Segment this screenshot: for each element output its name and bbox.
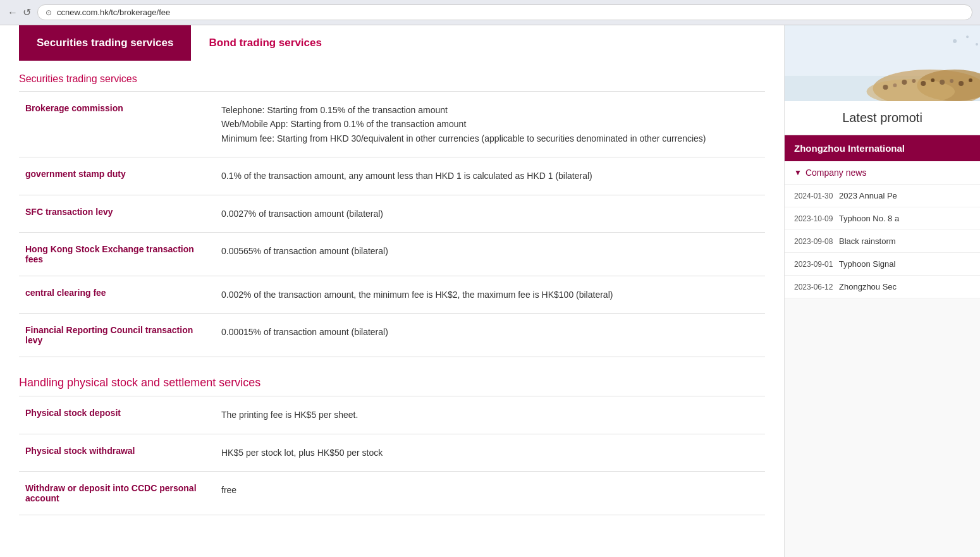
- fee-value: 0.002% of the transaction amount, the mi…: [215, 276, 765, 313]
- fee-value: 0.00565% of transaction amount (bilatera…: [215, 232, 765, 276]
- fee-value: Telephone: Starting from 0.15% of the tr…: [215, 92, 765, 157]
- news-date: 2023-09-08: [794, 237, 833, 246]
- handling-fee-table: Physical stock deposit The printing fee …: [19, 396, 765, 515]
- browser-nav: ← ↺: [8, 6, 31, 18]
- news-item[interactable]: 2023-10-09 Typhoon No. 8 a: [785, 207, 980, 230]
- fee-value: The printing fee is HK$5 per sheet.: [215, 396, 765, 434]
- news-text: Typhoon Signal: [839, 259, 896, 269]
- fee-label: Hong Kong Stock Exchange transaction fee…: [19, 232, 215, 276]
- fee-value: HK$5 per stock lot, plus HK$50 per stock: [215, 434, 765, 471]
- securities-section-title: Securities trading services: [19, 73, 765, 85]
- svg-point-13: [893, 83, 897, 87]
- svg-point-10: [950, 79, 953, 83]
- news-date: 2023-06-12: [794, 283, 833, 291]
- svg-point-6: [912, 79, 916, 83]
- fee-label: central clearing fee: [19, 276, 215, 313]
- table-row: government stamp duty 0.1% of the transa…: [19, 157, 765, 195]
- latest-promo-label: Latest promoti: [785, 101, 980, 135]
- right-sidebar: Latest promoti Zhongzhou International ▼…: [784, 25, 980, 557]
- news-item[interactable]: 2024-01-30 2023 Annual Pe: [785, 185, 980, 207]
- browser-bar: ← ↺ ⊙ ccnew.com.hk/tc/brokerage/fee: [0, 0, 980, 25]
- fee-label: SFC transaction levy: [19, 195, 215, 232]
- news-date: 2024-01-30: [794, 192, 833, 200]
- fee-label: Withdraw or deposit into CCDC personal a…: [19, 472, 215, 515]
- crowd-illustration: [785, 25, 980, 101]
- sidebar-image: [785, 25, 980, 101]
- tab-securities[interactable]: Securities trading services: [19, 25, 191, 61]
- table-row: central clearing fee 0.002% of the trans…: [19, 276, 765, 313]
- svg-point-14: [883, 85, 888, 90]
- news-category-label: Company news: [805, 168, 867, 178]
- svg-point-15: [953, 39, 957, 43]
- svg-point-8: [931, 78, 934, 82]
- news-text: Black rainstorm: [839, 236, 896, 246]
- table-row: SFC transaction levy 0.0027% of transact…: [19, 195, 765, 232]
- table-row: Brokerage commission Telephone: Starting…: [19, 92, 765, 157]
- svg-point-12: [969, 78, 972, 82]
- table-row: Physical stock withdrawal HK$5 per stock…: [19, 434, 765, 471]
- fee-label: Brokerage commission: [19, 92, 215, 157]
- svg-point-17: [976, 43, 978, 46]
- fee-value: 0.1% of the transaction amount, any amou…: [215, 157, 765, 195]
- company-news-header: Zhongzhou International: [785, 135, 980, 161]
- news-category[interactable]: ▼ Company news: [785, 161, 980, 185]
- news-text: Typhoon No. 8 a: [839, 214, 899, 223]
- table-row: Physical stock deposit The printing fee …: [19, 396, 765, 434]
- news-item[interactable]: 2023-09-08 Black rainstorm: [785, 230, 980, 253]
- news-text: Zhongzhou Sec: [839, 282, 897, 291]
- news-date: 2023-10-09: [794, 214, 833, 223]
- svg-rect-1: [785, 25, 980, 76]
- table-row: Withdraw or deposit into CCDC personal a…: [19, 472, 765, 515]
- site-icon: ⊙: [46, 8, 52, 17]
- handling-section-title: Handling physical stock and settlement s…: [19, 376, 765, 389]
- table-row: Financial Reporting Council transaction …: [19, 314, 765, 357]
- tab-bond[interactable]: Bond trading services: [191, 25, 340, 61]
- svg-point-9: [940, 80, 945, 85]
- main-content: Securities trading services Bond trading…: [0, 25, 784, 557]
- svg-point-5: [902, 80, 907, 85]
- tabs-container: Securities trading services Bond trading…: [19, 25, 765, 61]
- fee-label: Physical stock withdrawal: [19, 434, 215, 471]
- reload-button[interactable]: ↺: [23, 6, 31, 18]
- fee-value: 0.00015% of transaction amount (bilatera…: [215, 314, 765, 357]
- url-text: ccnew.com.hk/tc/brokerage/fee: [57, 8, 170, 17]
- fee-label: Physical stock deposit: [19, 396, 215, 434]
- news-text: 2023 Annual Pe: [839, 191, 897, 200]
- news-item[interactable]: 2023-06-12 Zhongzhou Sec: [785, 276, 980, 298]
- expand-arrow-icon: ▼: [794, 168, 802, 177]
- svg-point-16: [966, 35, 969, 38]
- fee-value: 0.0027% of transaction amount (bilateral…: [215, 195, 765, 232]
- securities-fee-table: Brokerage commission Telephone: Starting…: [19, 91, 765, 357]
- fee-label: government stamp duty: [19, 157, 215, 195]
- table-row: Hong Kong Stock Exchange transaction fee…: [19, 232, 765, 276]
- address-bar[interactable]: ⊙ ccnew.com.hk/tc/brokerage/fee: [37, 4, 972, 20]
- svg-point-7: [921, 81, 926, 86]
- page-wrapper: Securities trading services Bond trading…: [0, 25, 980, 557]
- fee-label: Financial Reporting Council transaction …: [19, 314, 215, 357]
- svg-point-11: [959, 81, 964, 86]
- back-button[interactable]: ←: [8, 7, 18, 18]
- fee-value: free: [215, 472, 765, 515]
- news-item[interactable]: 2023-09-01 Typhoon Signal: [785, 253, 980, 276]
- news-date: 2023-09-01: [794, 260, 833, 269]
